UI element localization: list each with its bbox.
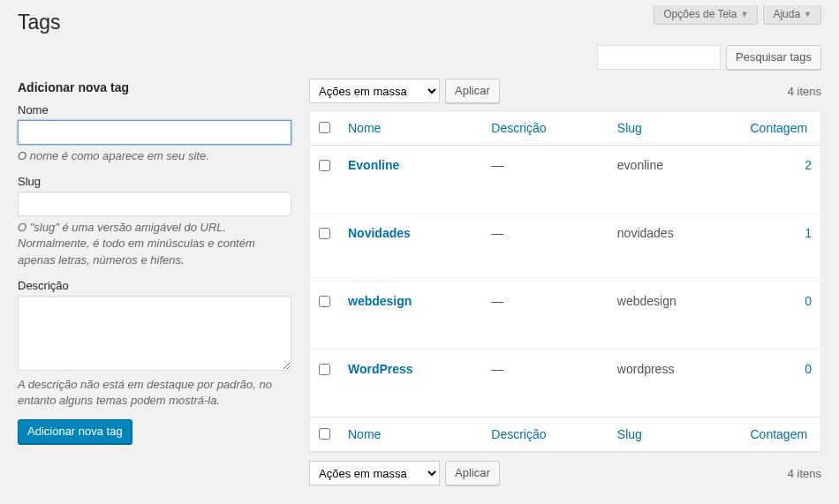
select-all-top[interactable]	[319, 122, 330, 133]
col-name-header[interactable]: Nome	[348, 121, 381, 135]
slug-label: Slug	[18, 175, 291, 188]
tag-count-link[interactable]: 1	[805, 226, 812, 240]
bulk-actions-select-bottom[interactable]: Ações em massa	[309, 461, 440, 485]
tag-name-link[interactable]: WordPress	[348, 362, 413, 376]
search-input[interactable]	[597, 45, 721, 70]
bulk-apply-button-bottom[interactable]: Aplicar	[445, 461, 500, 485]
row-checkbox[interactable]	[319, 160, 330, 171]
name-hint: O nome é como aparece em seu site.	[18, 148, 291, 164]
tag-slug: evonline	[608, 146, 742, 214]
tag-count-link[interactable]: 0	[805, 294, 812, 308]
select-all-bottom[interactable]	[319, 428, 330, 440]
name-input[interactable]	[18, 120, 291, 145]
tag-name-link[interactable]: Evonline	[348, 158, 399, 172]
item-count-top: 4 itens	[788, 85, 821, 98]
name-label: Nome	[18, 103, 291, 117]
description-textarea[interactable]	[18, 296, 291, 371]
help-button[interactable]: Ajuda ▼	[763, 5, 821, 25]
chevron-down-icon: ▼	[804, 10, 812, 19]
col-desc-header[interactable]: Descrição	[491, 121, 546, 135]
table-row: Novidades — novidades 1	[310, 214, 821, 282]
col-count-header[interactable]: Contagem	[751, 121, 808, 135]
item-count-bottom: 4 itens	[788, 467, 821, 480]
tag-desc: —	[482, 350, 608, 417]
chevron-down-icon: ▼	[740, 10, 748, 19]
bulk-actions-select-top[interactable]: Ações em massa	[309, 79, 440, 103]
bulk-apply-button-top[interactable]: Aplicar	[445, 79, 500, 103]
tag-count-link[interactable]: 2	[805, 158, 812, 172]
tag-slug: novidades	[608, 214, 742, 282]
screen-options-button[interactable]: Opções de Tela ▼	[654, 5, 758, 25]
row-checkbox[interactable]	[319, 364, 330, 375]
tag-desc: —	[482, 214, 608, 282]
table-row: Evonline — evonline 2	[310, 146, 821, 214]
table-row: webdesign — webdesign 0	[310, 282, 821, 350]
slug-input[interactable]	[18, 192, 291, 216]
col-name-footer[interactable]: Nome	[348, 427, 381, 441]
tag-slug: wordpress	[608, 350, 742, 417]
tag-desc: —	[482, 146, 608, 214]
tag-name-link[interactable]: Novidades	[348, 226, 411, 240]
help-label: Ajuda	[773, 8, 800, 20]
tag-desc: —	[482, 282, 608, 350]
tag-slug: webdesign	[608, 282, 742, 350]
form-heading: Adicionar nova tag	[18, 80, 291, 94]
screen-options-label: Opções de Tela	[663, 8, 737, 20]
slug-hint: O "slug" é uma versão amigável do URL. N…	[18, 220, 291, 268]
row-checkbox[interactable]	[319, 296, 330, 307]
description-label: Descrição	[18, 279, 291, 292]
col-slug-header[interactable]: Slug	[617, 121, 642, 135]
row-checkbox[interactable]	[319, 228, 330, 239]
tag-name-link[interactable]: webdesign	[348, 294, 412, 308]
col-count-footer[interactable]: Contagem	[751, 427, 808, 441]
col-slug-footer[interactable]: Slug	[617, 427, 642, 441]
table-row: WordPress — wordpress 0	[310, 350, 821, 417]
tags-table: Nome Descrição Slug Contagem Evonline — …	[309, 110, 821, 452]
add-tag-button[interactable]: Adicionar nova tag	[18, 419, 132, 444]
tag-count-link[interactable]: 0	[805, 362, 812, 376]
search-button[interactable]: Pesquisar tags	[726, 45, 821, 70]
description-hint: A descrição não está em destaque por pad…	[18, 377, 291, 409]
col-desc-footer[interactable]: Descrição	[491, 427, 546, 441]
